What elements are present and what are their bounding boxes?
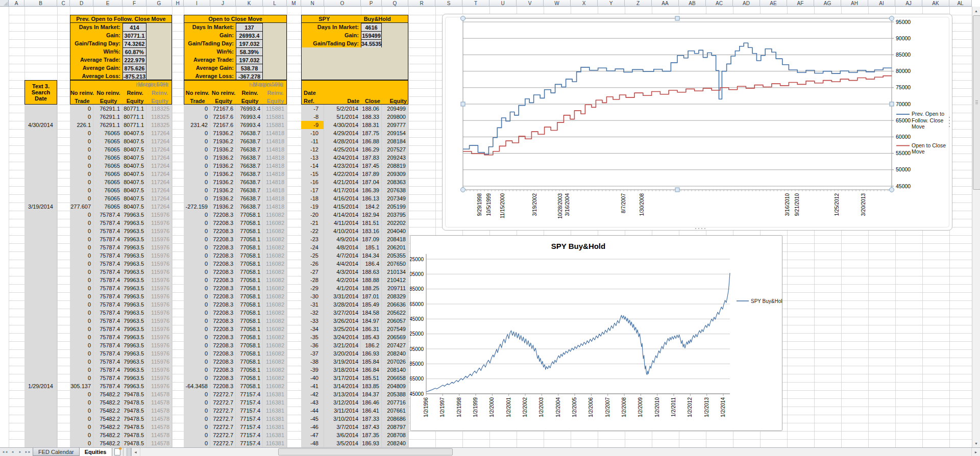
cell-B15[interactable]: 4/30/2014 [24, 121, 57, 129]
cell-Q47[interactable]: 204809 [382, 382, 408, 390]
cell-J33[interactable]: 72208.3 [210, 268, 236, 276]
cell-F21[interactable]: 80407.5 [122, 170, 146, 178]
cell-N51[interactable]: -45 [301, 415, 324, 423]
cell-Q15[interactable]: 209777 [382, 121, 408, 129]
cell-Q13[interactable]: 209499 [382, 105, 408, 113]
cell-P40[interactable]: 186.31 [361, 325, 382, 333]
cell-G25[interactable]: 117264 [146, 202, 172, 211]
cell-J34[interactable]: 72208.3 [210, 276, 236, 284]
cell-G14[interactable]: 118325 [146, 113, 172, 121]
cell-L50[interactable]: 116381 [263, 407, 287, 415]
cell-O51[interactable]: 3/10/2014 [324, 415, 361, 423]
cell-P46[interactable]: 185.51 [361, 374, 382, 382]
cell-O21[interactable]: 4/22/2014 [324, 170, 361, 178]
cell-J21[interactable]: 71936.2 [210, 170, 236, 178]
scroll-down-arrow[interactable]: ▼ [972, 439, 980, 447]
cell-B34[interactable] [24, 276, 57, 284]
cell-O40[interactable]: 3/25/2014 [324, 325, 361, 333]
cell-N22[interactable]: -16 [301, 178, 324, 186]
cell-J50[interactable]: 72272.7 [210, 407, 236, 415]
cell-O15[interactable]: 4/30/2014 [324, 121, 361, 129]
cell-K48[interactable]: 77157.4 [236, 390, 263, 398]
cell-Q38[interactable]: 205622 [382, 309, 408, 317]
cell-F52[interactable]: 79478.5 [122, 423, 146, 431]
cell-O32[interactable]: 4/4/2014 [324, 260, 361, 268]
cell-L40[interactable]: 116082 [263, 325, 287, 333]
cell-K36[interactable]: 77058.1 [236, 292, 263, 300]
cell-I39[interactable]: 0 [184, 317, 210, 325]
cell-E13[interactable]: 76291.1 [93, 105, 122, 113]
table-prev-open-value-5[interactable]: 875.626 [122, 64, 146, 72]
cell-E29[interactable]: 75787.4 [93, 235, 122, 243]
cell-G29[interactable]: 115976 [146, 235, 172, 243]
cell-K27[interactable]: 77058.1 [236, 219, 263, 227]
cell-E21[interactable]: 76065 [93, 170, 122, 178]
cell-B45[interactable] [24, 366, 57, 374]
cell-J40[interactable]: 72208.3 [210, 325, 236, 333]
cell-Q53[interactable]: 208708 [382, 431, 408, 439]
cell-D15[interactable]: 226.1 [70, 121, 93, 129]
cell-B31[interactable] [24, 251, 57, 260]
cell-O49[interactable]: 3/12/2014 [324, 398, 361, 407]
cell-Q23[interactable]: 207638 [382, 186, 408, 194]
cell-E18[interactable]: 76065 [93, 145, 122, 154]
cell-I13[interactable]: 0 [184, 105, 210, 113]
cell-J47[interactable]: 72208.3 [210, 382, 236, 390]
cell-D25[interactable]: 277.607 [70, 202, 93, 211]
cell-F47[interactable]: 79963.5 [122, 382, 146, 390]
cell-B32[interactable] [24, 260, 57, 268]
cell-P27[interactable]: 181.51 [361, 219, 382, 227]
cell-J30[interactable]: 72208.3 [210, 243, 236, 251]
cell-O38[interactable]: 3/27/2014 [324, 309, 361, 317]
cell-P34[interactable]: 188.88 [361, 276, 382, 284]
cell-E43[interactable]: 75787.4 [93, 349, 122, 358]
cell-P33[interactable]: 188.63 [361, 268, 382, 276]
cell-G27[interactable]: 115976 [146, 219, 172, 227]
cell-L18[interactable]: 114818 [263, 145, 287, 154]
cell-I52[interactable]: 0 [184, 423, 210, 431]
cell-E53[interactable]: 75482.2 [93, 431, 122, 439]
cell-K41[interactable]: 77058.1 [236, 333, 263, 341]
cell-P38[interactable]: 184.58 [361, 309, 382, 317]
cell-G54[interactable]: 114578 [146, 439, 172, 447]
cell-E50[interactable]: 75482.2 [93, 407, 122, 415]
last-sheet-button[interactable]: ►► [24, 449, 31, 455]
cell-N45[interactable]: -39 [301, 366, 324, 374]
cell-Q35[interactable]: 209711 [382, 284, 408, 292]
cell-P13[interactable]: 188.06 [361, 105, 382, 113]
cell-B38[interactable] [24, 309, 57, 317]
table-open-close-value-0[interactable]: 137 [236, 23, 263, 31]
cell-K38[interactable]: 77058.1 [236, 309, 263, 317]
cell-P43[interactable]: 186.93 [361, 349, 382, 358]
cell-O13[interactable]: 5/2/2014 [324, 105, 361, 113]
cell-P36[interactable]: 187.01 [361, 292, 382, 300]
cell-N40[interactable]: -34 [301, 325, 324, 333]
cell-Q31[interactable]: 205355 [382, 251, 408, 260]
cell-E28[interactable]: 75787.4 [93, 227, 122, 235]
cell-K28[interactable]: 77058.1 [236, 227, 263, 235]
cell-K20[interactable]: 76638.7 [236, 162, 263, 170]
cell-P45[interactable]: 186.84 [361, 366, 382, 374]
cell-L17[interactable]: 114818 [263, 137, 287, 145]
cell-G46[interactable]: 115976 [146, 374, 172, 382]
table-prev-open-value-3[interactable]: 60.87% [122, 47, 146, 56]
cell-J39[interactable]: 72208.3 [210, 317, 236, 325]
cell-J42[interactable]: 72208.3 [210, 341, 236, 349]
cell-B52[interactable] [24, 423, 57, 431]
cell-N43[interactable]: -37 [301, 349, 324, 358]
cell-O54[interactable]: 3/5/2014 [324, 439, 361, 447]
cell-I29[interactable]: 0 [184, 235, 210, 243]
cell-G18[interactable]: 117264 [146, 145, 172, 154]
cell-B44[interactable] [24, 358, 57, 366]
cell-P53[interactable]: 187.35 [361, 431, 382, 439]
cell-N16[interactable]: -10 [301, 129, 324, 137]
cell-E35[interactable]: 75787.4 [93, 284, 122, 292]
cell-F20[interactable]: 80407.5 [122, 162, 146, 170]
cell-F35[interactable]: 79963.5 [122, 284, 146, 292]
cell-B16[interactable] [24, 129, 57, 137]
cell-J52[interactable]: 72272.7 [210, 423, 236, 431]
table-prev-open-value-2[interactable]: 74.3262 [122, 39, 146, 47]
cell-K37[interactable]: 77058.1 [236, 300, 263, 309]
cell-J36[interactable]: 72208.3 [210, 292, 236, 300]
cell-J27[interactable]: 72208.3 [210, 219, 236, 227]
